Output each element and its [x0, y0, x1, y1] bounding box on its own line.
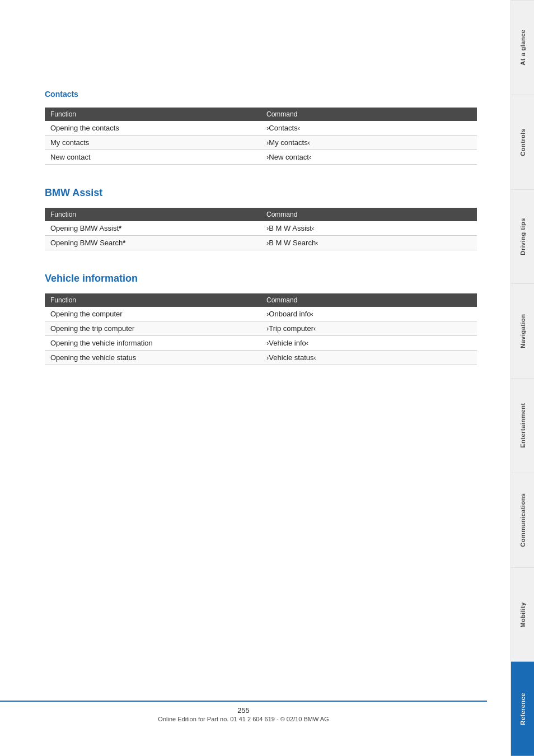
table-row: Opening BMW Assist*›B M W Assist‹ [45, 221, 477, 236]
bmw-assist-title: BMW Assist [45, 187, 477, 199]
main-content: Contacts Function Command Opening the co… [0, 0, 510, 756]
vehicle-info-col-function: Function [45, 293, 261, 307]
table-row: Opening the contacts›Contacts‹ [45, 121, 477, 136]
bmw-assist-col-command: Command [261, 208, 477, 221]
sidebar-tab-reference[interactable]: Reference [511, 661, 534, 756]
sidebar-tab-driving-tips[interactable]: Driving tips [511, 189, 534, 284]
sidebar-tab-at-a-glance[interactable]: At a glance [511, 0, 534, 95]
sidebar-tab-entertainment[interactable]: Entertainment [511, 378, 534, 473]
contacts-section: Contacts Function Command Opening the co… [45, 90, 477, 165]
page-number: 255 [0, 706, 487, 715]
contacts-title: Contacts [45, 90, 477, 99]
bmw-assist-table: Function Command Opening BMW Assist*›B M… [45, 208, 477, 250]
contacts-col-function: Function [45, 108, 261, 121]
table-row: New contact›New contact‹ [45, 150, 477, 165]
edition-text: Online Edition for Part no. 01 41 2 604 … [0, 716, 487, 722]
table-row: Opening the computer›Onboard info‹ [45, 307, 477, 321]
table-row: Opening the vehicle status›Vehicle statu… [45, 351, 477, 365]
vehicle-information-section: Vehicle information Function Command Ope… [45, 273, 477, 365]
sidebar-tab-mobility[interactable]: Mobility [511, 567, 534, 662]
bmw-assist-section: BMW Assist Function Command Opening BMW … [45, 187, 477, 250]
table-row: Opening the vehicle information›Vehicle … [45, 336, 477, 351]
vehicle-information-table: Function Command Opening the computer›On… [45, 293, 477, 365]
contacts-table: Function Command Opening the contacts›Co… [45, 108, 477, 165]
sidebar-tab-communications[interactable]: Communications [511, 473, 534, 567]
sidebar-tab-navigation[interactable]: Navigation [511, 283, 534, 378]
sidebar-tab-controls[interactable]: Controls [511, 95, 534, 189]
bmw-assist-col-function: Function [45, 208, 261, 221]
vehicle-info-col-command: Command [261, 293, 477, 307]
page-wrapper: Contacts Function Command Opening the co… [0, 0, 534, 756]
table-row: My contacts›My contacts‹ [45, 136, 477, 150]
contacts-col-command: Command [261, 108, 477, 121]
sidebar: At a glance Controls Driving tips Naviga… [510, 0, 534, 756]
table-row: Opening BMW Search*›B M W Search‹ [45, 236, 477, 250]
table-row: Opening the trip computer›Trip computer‹ [45, 321, 477, 336]
page-footer: 255 Online Edition for Part no. 01 41 2 … [0, 701, 487, 722]
vehicle-information-title: Vehicle information [45, 273, 477, 284]
